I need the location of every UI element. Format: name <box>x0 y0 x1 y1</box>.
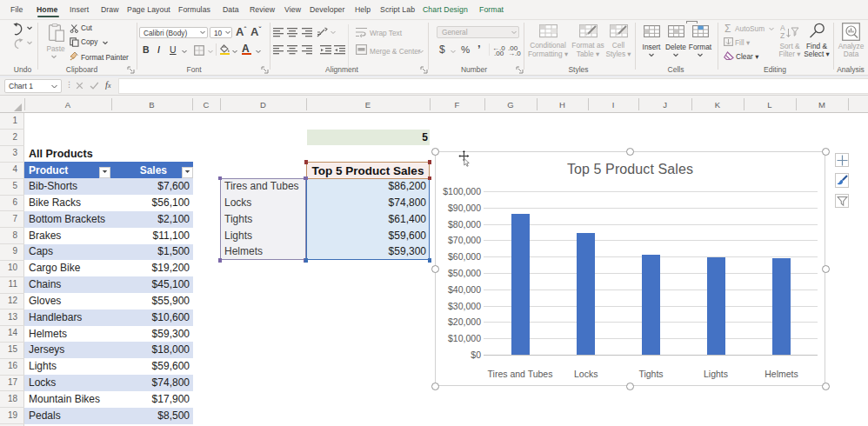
svg-text:Z: Z <box>780 31 785 39</box>
